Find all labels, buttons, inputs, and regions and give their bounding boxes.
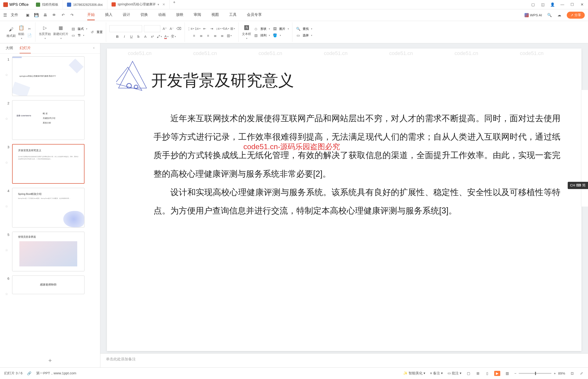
maximize-button[interactable]: ☐	[570, 2, 574, 7]
paste-button[interactable]: 📋粘贴▾	[18, 24, 24, 40]
tab-tools[interactable]: 工具	[229, 10, 236, 20]
thumbnail-4[interactable]: Spring Boot框架介绍 Spring Boot是一个开源的Java框架……	[12, 188, 84, 227]
close-button[interactable]: ✕	[580, 2, 584, 7]
tab-insert[interactable]: 插入	[105, 10, 113, 20]
superscript-button[interactable]: x²	[150, 34, 155, 39]
bold-button[interactable]: B	[115, 34, 120, 39]
star-icon[interactable]: ☆	[5, 105, 9, 121]
font-family-select[interactable]	[109, 25, 142, 32]
template-link-icon[interactable]: 🔗	[27, 371, 32, 376]
tab-menu-icon[interactable]: ▾	[157, 2, 159, 6]
notes-pane[interactable]: 单击此处添加备注	[100, 353, 588, 367]
undo-icon[interactable]: ↶	[61, 13, 65, 17]
textbox-button[interactable]: 🅰文本框▾	[242, 24, 251, 40]
star-icon[interactable]: ☆	[5, 149, 9, 164]
save-icon[interactable]: 💾	[34, 13, 39, 17]
line-spacing-button[interactable]: ↕≡▾	[216, 26, 221, 31]
thumbnail-2[interactable]: 目录 CONTENTS 概 述 关键技术介绍 系统分析	[12, 100, 84, 140]
collapse-icon[interactable]: ‹	[93, 46, 95, 53]
tab-view[interactable]: 视图	[211, 10, 219, 20]
increase-font-button[interactable]: A⁺	[162, 26, 167, 31]
from-current-button[interactable]: ▷当页开始▾	[39, 24, 51, 40]
slide-canvas[interactable]: code51.cn code51.cn code51.cn code51.cn …	[107, 48, 581, 351]
normal-view-button[interactable]: ▢	[466, 371, 471, 376]
slideshow-button[interactable]: ▶	[494, 371, 500, 376]
right-toolbar[interactable]	[581, 90, 588, 206]
ime-indicator[interactable]: CH ⌨ 简	[568, 182, 588, 189]
hamburger-icon[interactable]: ☰	[3, 13, 7, 18]
reading-view-button[interactable]: ▯	[485, 371, 489, 376]
clear-format-button[interactable]: ⌫	[176, 26, 181, 31]
cloud-icon[interactable]: ☁	[557, 13, 562, 17]
tab-review[interactable]: 审阅	[194, 10, 201, 20]
columns-button[interactable]: ▥▾	[227, 33, 232, 38]
template-source[interactable]: 第一PPT，www.1ppt.com	[36, 371, 76, 376]
add-tab-button[interactable]: +	[170, 0, 179, 9]
shapes-button[interactable]: ◇形状▾	[253, 26, 270, 32]
thumbnail-5[interactable]: 管理员登录界面	[12, 232, 84, 271]
zoom-out-button[interactable]: −	[514, 371, 516, 375]
arrange-button[interactable]: ▧排列▾	[253, 33, 270, 38]
zoom-in-button[interactable]: +	[554, 371, 556, 375]
align-center-button[interactable]: ≣	[199, 33, 204, 38]
copy-button[interactable]: 📄	[27, 33, 32, 38]
format-brush-button[interactable]: 🖌格式刷	[7, 26, 16, 38]
thumbnail-1[interactable]: springboot高校心理健康评测与服务系统PPT	[12, 56, 84, 96]
layout-icon[interactable]: ▢	[531, 2, 535, 7]
tab-slideshow[interactable]: 放映	[176, 10, 184, 20]
minimize-button[interactable]: —	[560, 2, 565, 7]
align-right-button[interactable]: ≡	[206, 33, 211, 38]
expand-button[interactable]: ⤢	[579, 371, 584, 376]
slide-title[interactable]: 开发背景及研究意义	[151, 70, 294, 91]
select-button[interactable]: ▭选择▾	[296, 33, 312, 38]
align-justify-button[interactable]: ≣	[213, 33, 218, 38]
tab-transition[interactable]: 切换	[140, 10, 148, 20]
font-color-button[interactable]: A▾	[164, 34, 169, 39]
tab-home[interactable]: 开始	[87, 10, 95, 20]
thumbnail-3[interactable]: 开发背景及研究意义 近年来互联网技术的发展使得互联网产品和网站层出不穷，对人才的…	[12, 144, 84, 184]
new-slide-button[interactable]: ▦新建幻灯片▾	[53, 24, 68, 40]
thumbnail-6[interactable]: 感谢老师聆听	[12, 275, 84, 294]
indent-inc-button[interactable]: ⇥	[209, 26, 214, 31]
number-list-button[interactable]: 1≡▾	[195, 26, 200, 31]
section-button[interactable]: ▭节▾	[71, 33, 87, 38]
outline-tab[interactable]: 大纲	[6, 46, 13, 53]
print-icon[interactable]: 🖶	[43, 13, 48, 17]
avatar-icon[interactable]: 👤	[550, 2, 555, 7]
fill-button[interactable]: 🪣▾	[272, 33, 289, 38]
tab-member[interactable]: 会员专享	[247, 10, 262, 20]
close-icon[interactable]: ✕	[162, 2, 165, 6]
tab-template[interactable]: 找稻壳模板	[32, 0, 63, 9]
layout-button[interactable]: ▤版式▾	[71, 26, 87, 32]
strike-button[interactable]: S̶	[136, 34, 141, 39]
zoom-slider[interactable]	[519, 373, 551, 374]
star-icon[interactable]: ☆	[5, 61, 9, 77]
text-direction-button[interactable]: ⟲A▾	[223, 26, 228, 31]
fit-button[interactable]: ⊡	[570, 371, 574, 376]
tab-doc[interactable]: 1678632825306.doc	[63, 0, 107, 9]
star-icon[interactable]: ☆	[5, 193, 9, 208]
cube-icon[interactable]: ◫	[540, 2, 545, 7]
redo-icon[interactable]: ↷	[69, 13, 74, 17]
notes-toggle[interactable]: ≡ 备注 ▾	[430, 371, 443, 376]
align-left-button[interactable]: ≡	[192, 33, 197, 38]
open-icon[interactable]: ▣	[25, 13, 30, 17]
tab-animation[interactable]: 动画	[158, 10, 166, 20]
find-button[interactable]: 🔍查找▾	[296, 26, 312, 32]
wps-ai-button[interactable]: WPS AI	[524, 13, 542, 17]
preview-icon[interactable]: 👁	[52, 13, 56, 17]
picture-button[interactable]: 🖼图片▾	[272, 26, 289, 32]
font-size-select[interactable]	[144, 25, 160, 32]
decrease-font-button[interactable]: A⁻	[169, 26, 174, 31]
tab-design[interactable]: 设计	[123, 10, 130, 20]
underline-button[interactable]: U	[129, 34, 134, 39]
shadow-button[interactable]: A	[143, 34, 148, 39]
view-mode-button[interactable]: ▥	[505, 371, 510, 376]
beautify-button[interactable]: ✨ 智能美化 ▾	[403, 371, 425, 376]
comments-toggle[interactable]: ▭ 批注 ▾	[448, 371, 462, 376]
align-text-button[interactable]: ⊞▾	[230, 26, 235, 31]
reset-button[interactable]: ↺重置	[90, 30, 103, 35]
search-icon[interactable]: 🔍	[547, 13, 552, 17]
indent-dec-button[interactable]: ⇤	[202, 26, 207, 31]
file-menu[interactable]: 文件	[11, 13, 18, 17]
